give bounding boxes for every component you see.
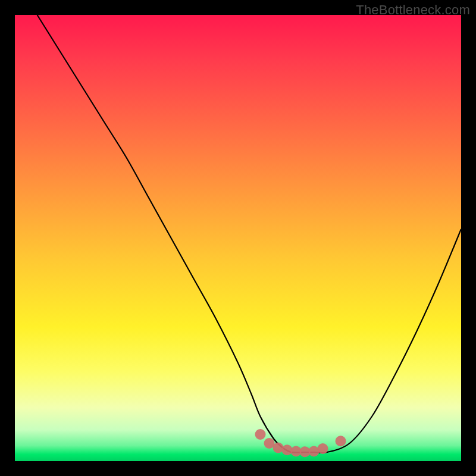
chart-svg xyxy=(15,15,461,461)
chart-plot-area xyxy=(15,15,461,461)
watermark-text: TheBottleneck.com xyxy=(356,2,470,18)
curve-marker xyxy=(336,436,346,446)
marker-group xyxy=(255,429,346,457)
bottleneck-curve xyxy=(37,15,462,453)
curve-marker xyxy=(273,443,284,453)
chart-frame: TheBottleneck.com xyxy=(0,0,476,476)
curve-marker xyxy=(318,443,328,454)
curve-marker xyxy=(255,429,266,440)
